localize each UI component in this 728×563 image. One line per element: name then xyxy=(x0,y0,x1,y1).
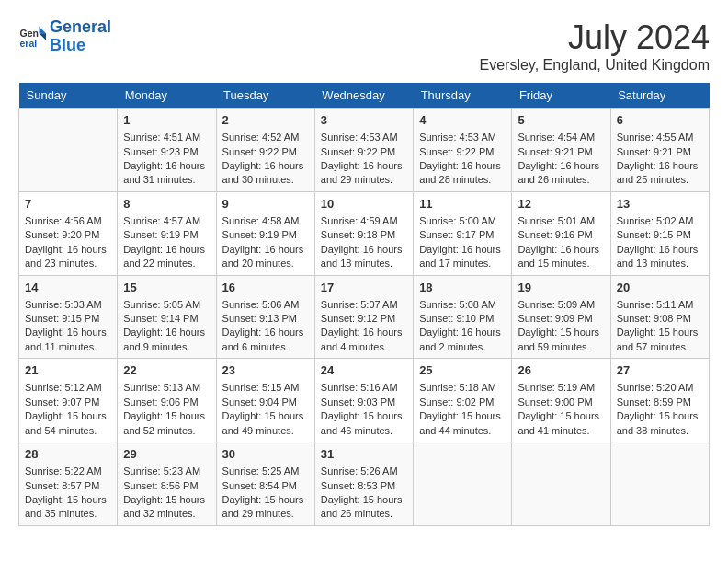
day-info-line: Sunrise: 5:16 AM xyxy=(321,381,407,395)
calendar-week-row: 7Sunrise: 4:56 AMSunset: 9:20 PMDaylight… xyxy=(19,191,710,275)
day-info-line: Daylight: 15 hours xyxy=(321,493,407,507)
day-info-line: and 23 minutes. xyxy=(25,257,111,270)
day-number: 27 xyxy=(617,362,703,379)
header-row: SundayMondayTuesdayWednesdayThursdayFrid… xyxy=(19,83,710,109)
day-number: 22 xyxy=(123,362,210,379)
day-number: 24 xyxy=(321,362,407,379)
day-info-line: Sunset: 8:59 PM xyxy=(617,396,703,409)
day-info-line: Daylight: 16 hours xyxy=(25,243,111,257)
day-info-line: Daylight: 16 hours xyxy=(419,243,506,257)
day-info-line: and 11 minutes. xyxy=(25,340,111,354)
day-info-line: Sunrise: 5:25 AM xyxy=(222,465,309,478)
day-info-line: Daylight: 15 hours xyxy=(25,409,111,423)
day-info-line: Daylight: 16 hours xyxy=(123,326,210,339)
day-info-line: Sunrise: 4:59 AM xyxy=(321,214,407,228)
day-number: 6 xyxy=(617,112,703,129)
day-info-line: Sunrise: 4:53 AM xyxy=(321,131,407,144)
calendar-week-row: 1Sunrise: 4:51 AMSunset: 9:23 PMDaylight… xyxy=(19,109,710,192)
day-number: 15 xyxy=(123,280,210,296)
day-info-line: and 26 minutes. xyxy=(321,507,407,521)
calendar-cell: 11Sunrise: 5:00 AMSunset: 9:17 PMDayligh… xyxy=(414,191,512,275)
day-info-line: and 15 minutes. xyxy=(518,257,604,270)
day-info-line: Sunset: 9:15 PM xyxy=(617,228,703,242)
day-info-line: Daylight: 15 hours xyxy=(419,409,506,423)
day-number: 1 xyxy=(123,112,210,129)
day-info-line: Sunset: 9:22 PM xyxy=(419,145,506,159)
day-info-line: and 35 minutes. xyxy=(25,507,111,521)
day-info-line: Sunset: 9:04 PM xyxy=(222,396,309,409)
day-number: 28 xyxy=(25,446,111,463)
day-info-line: Daylight: 16 hours xyxy=(617,243,703,257)
day-info-line: Sunrise: 4:53 AM xyxy=(419,131,506,144)
day-number: 21 xyxy=(25,362,111,379)
calendar-cell: 26Sunrise: 5:19 AMSunset: 9:00 PMDayligh… xyxy=(512,359,610,442)
day-number: 16 xyxy=(222,280,309,296)
calendar-body: 1Sunrise: 4:51 AMSunset: 9:23 PMDaylight… xyxy=(19,109,710,526)
day-info-line: and 17 minutes. xyxy=(419,257,506,270)
calendar-week-row: 14Sunrise: 5:03 AMSunset: 9:15 PMDayligh… xyxy=(19,275,710,359)
day-info-line: and 26 minutes. xyxy=(518,173,604,187)
day-info-line: and 25 minutes. xyxy=(617,173,703,187)
day-info-line: Sunset: 9:09 PM xyxy=(518,312,604,326)
day-info-line: Sunset: 9:19 PM xyxy=(123,228,210,242)
day-info-line: Sunrise: 5:12 AM xyxy=(25,381,111,395)
day-number: 4 xyxy=(419,112,506,129)
calendar-cell xyxy=(610,442,709,526)
calendar-cell: 12Sunrise: 5:01 AMSunset: 9:16 PMDayligh… xyxy=(512,191,610,275)
calendar-cell: 7Sunrise: 4:56 AMSunset: 9:20 PMDaylight… xyxy=(19,191,118,275)
calendar-cell: 8Sunrise: 4:57 AMSunset: 9:19 PMDaylight… xyxy=(118,191,216,275)
day-info-line: Sunrise: 5:02 AM xyxy=(617,214,703,228)
day-info-line: and 2 minutes. xyxy=(419,340,506,354)
day-info-line: Sunset: 9:00 PM xyxy=(518,396,604,409)
calendar-cell: 16Sunrise: 5:06 AMSunset: 9:13 PMDayligh… xyxy=(216,275,314,359)
weekday-header: Thursday xyxy=(414,83,512,109)
weekday-header: Sunday xyxy=(19,83,118,109)
day-number: 3 xyxy=(321,112,407,129)
day-info-line: Daylight: 16 hours xyxy=(123,243,210,257)
calendar-cell: 9Sunrise: 4:58 AMSunset: 9:19 PMDaylight… xyxy=(216,191,314,275)
calendar-cell: 25Sunrise: 5:18 AMSunset: 9:02 PMDayligh… xyxy=(414,359,512,442)
calendar-week-row: 28Sunrise: 5:22 AMSunset: 8:57 PMDayligh… xyxy=(19,442,710,526)
day-info-line: Daylight: 15 hours xyxy=(222,493,309,507)
day-number: 30 xyxy=(222,446,309,463)
calendar-cell: 4Sunrise: 4:53 AMSunset: 9:22 PMDaylight… xyxy=(414,109,512,192)
svg-text:eral: eral xyxy=(20,37,38,48)
day-info-line: Daylight: 16 hours xyxy=(321,326,407,339)
day-number: 19 xyxy=(518,280,604,296)
day-info-line: Sunrise: 5:08 AM xyxy=(419,298,506,312)
day-number: 29 xyxy=(123,446,210,463)
day-info-line: Sunrise: 5:13 AM xyxy=(123,381,210,395)
day-info-line: Sunrise: 4:55 AM xyxy=(617,131,703,144)
day-info-line: Daylight: 15 hours xyxy=(123,409,210,423)
day-info-line: Sunrise: 5:20 AM xyxy=(617,381,703,395)
day-info-line: Daylight: 15 hours xyxy=(617,409,703,423)
calendar-cell: 19Sunrise: 5:09 AMSunset: 9:09 PMDayligh… xyxy=(512,275,610,359)
day-info-line: Daylight: 15 hours xyxy=(123,493,210,507)
day-info-line: Sunset: 9:22 PM xyxy=(321,145,407,159)
calendar-cell: 5Sunrise: 4:54 AMSunset: 9:21 PMDaylight… xyxy=(512,109,610,192)
svg-marker-2 xyxy=(40,27,47,34)
calendar-cell: 6Sunrise: 4:55 AMSunset: 9:21 PMDaylight… xyxy=(610,109,709,192)
day-info-line: Daylight: 15 hours xyxy=(25,493,111,507)
day-info-line: Sunrise: 5:09 AM xyxy=(518,298,604,312)
day-info-line: and 13 minutes. xyxy=(617,257,703,270)
day-info-line: Sunrise: 5:06 AM xyxy=(222,298,309,312)
calendar-cell: 24Sunrise: 5:16 AMSunset: 9:03 PMDayligh… xyxy=(314,359,413,442)
day-info-line: Daylight: 16 hours xyxy=(321,243,407,257)
day-info-line: and 6 minutes. xyxy=(222,340,309,354)
day-info-line: Sunset: 9:06 PM xyxy=(123,396,210,409)
day-info-line: Sunset: 9:18 PM xyxy=(321,228,407,242)
day-info-line: and 29 minutes. xyxy=(222,507,309,521)
day-number: 18 xyxy=(419,280,506,296)
day-info-line: Sunset: 9:21 PM xyxy=(518,145,604,159)
calendar-cell: 29Sunrise: 5:23 AMSunset: 8:56 PMDayligh… xyxy=(118,442,216,526)
calendar-cell: 2Sunrise: 4:52 AMSunset: 9:22 PMDaylight… xyxy=(216,109,314,192)
day-info-line: Daylight: 15 hours xyxy=(518,326,604,339)
svg-marker-3 xyxy=(40,33,47,40)
day-info-line: and 57 minutes. xyxy=(617,340,703,354)
day-number: 23 xyxy=(222,362,309,379)
day-number: 10 xyxy=(321,196,407,213)
day-info-line: and 22 minutes. xyxy=(123,257,210,270)
day-info-line: Sunset: 9:19 PM xyxy=(222,228,309,242)
calendar-cell: 15Sunrise: 5:05 AMSunset: 9:14 PMDayligh… xyxy=(118,275,216,359)
